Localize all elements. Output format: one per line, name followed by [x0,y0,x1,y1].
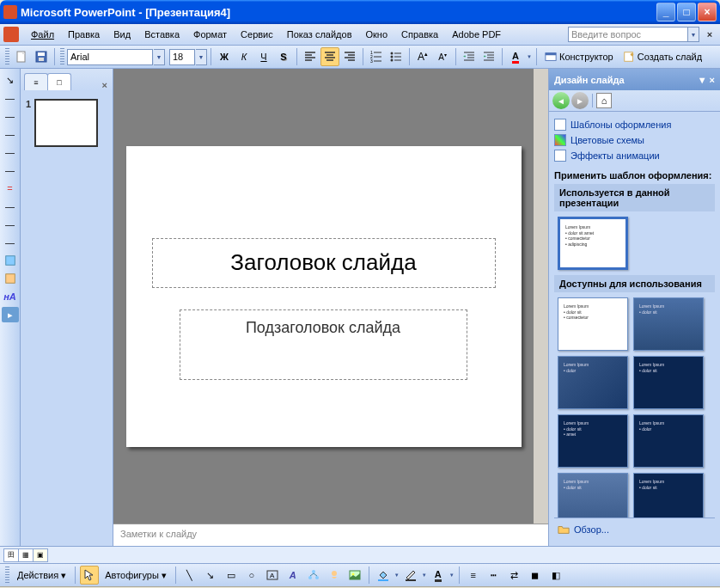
font-color-button[interactable]: A [506,47,525,66]
shadow-tool[interactable]: ◼ [526,566,545,585]
slide-canvas[interactable]: Заголовок слайда Подзаголовок слайда [126,146,522,447]
font-color-dropdown[interactable]: ▼ [526,54,533,59]
sorter-view-button[interactable]: ▦ [18,548,34,562]
oval-tool[interactable]: ○ [242,566,261,585]
underline-button[interactable]: Ч [254,47,273,66]
shadow-button[interactable]: S [274,47,293,66]
rectangle-tool[interactable]: ▭ [222,566,241,585]
vtool-5[interactable]: — [3,144,18,160]
vtool-13[interactable]: нА [3,289,18,304]
font-combo[interactable]: Arial [67,49,153,65]
increase-indent-button[interactable] [479,47,498,66]
autoshapes-menu[interactable]: Автофигуры▾ [101,566,171,585]
line-tool[interactable]: ╲ [180,566,199,585]
maximize-button[interactable]: □ [677,3,696,21]
vtool-11[interactable] [3,253,18,268]
slide-thumbnail-1[interactable]: 1 [26,99,107,147]
control-menu-icon[interactable] [3,27,19,42]
vtool-1[interactable]: ↘ [3,72,18,88]
vtool-8[interactable]: — [3,199,18,214]
link-colors[interactable]: Цветовые схемы [554,132,715,148]
menu-tools[interactable]: Сервис [234,27,280,42]
vtool-3[interactable]: — [3,108,18,124]
nav-home-button[interactable]: ⌂ [596,93,612,108]
toolbar-handle-2[interactable] [60,48,64,65]
vtool-2[interactable]: — [3,90,18,106]
template-8[interactable]: Lorem Ipsum• dolor sit [633,473,704,518]
increase-font-button[interactable]: A▴ [413,47,432,66]
picture-tool[interactable] [345,566,364,585]
notes-pane[interactable]: Заметки к слайду [113,524,548,546]
new-button[interactable] [12,47,31,66]
menu-slideshow[interactable]: Показ слайдов [280,27,359,42]
help-search-input[interactable] [568,27,688,42]
vtool-12[interactable] [3,271,18,286]
menu-view[interactable]: Вид [107,27,137,42]
vertical-scrollbar[interactable] [534,69,548,524]
align-center-button[interactable] [320,47,339,66]
title-placeholder[interactable]: Заголовок слайда [152,238,496,288]
template-2[interactable]: Lorem Ipsum• dolor sit [633,297,704,351]
slides-tab[interactable]: □ [47,73,71,90]
doc-close-button[interactable]: × [703,28,717,41]
select-tool[interactable] [80,566,99,585]
textbox-tool[interactable]: A [263,566,282,585]
minimize-button[interactable]: _ [656,3,675,21]
taskpane-close[interactable]: × [710,75,715,85]
line-color-tool[interactable] [401,566,420,585]
menu-window[interactable]: Окно [359,27,395,42]
bullets-button[interactable] [387,47,406,66]
vtool-6[interactable]: — [3,162,18,178]
menu-format[interactable]: Формат [186,27,234,42]
template-5[interactable]: Lorem Ipsum• dolor sit• amet [558,414,628,468]
decrease-font-button[interactable]: A▾ [433,47,452,66]
template-1[interactable]: Lorem Ipsum• dolor sit• consectetur [558,297,628,351]
decrease-indent-button[interactable] [460,47,479,66]
link-effects[interactable]: Эффекты анимации [554,148,715,163]
subtitle-placeholder[interactable]: Подзаголовок слайда [180,309,467,380]
numbering-button[interactable]: 123 [367,47,386,66]
link-templates[interactable]: Шаблоны оформления [554,117,715,132]
panel-close[interactable]: × [102,80,107,90]
help-dropdown[interactable]: ▼ [687,27,699,42]
vtool-10[interactable]: — [3,235,18,250]
browse-link[interactable]: Обзор... [558,522,711,537]
nav-forward-button[interactable]: ► [571,92,589,109]
italic-button[interactable]: К [235,47,253,66]
save-button[interactable] [32,47,51,66]
line-color-dropdown[interactable]: ▼ [422,573,427,578]
clipart-tool[interactable] [325,566,344,585]
new-slide-button[interactable]: Создать слайд [619,47,706,66]
template-current[interactable]: Lorem Ipsum• dolor sit amet• consectetur… [558,217,628,270]
arrow-style-tool[interactable]: ⇄ [505,566,524,585]
draw-handle[interactable] [5,567,9,584]
taskpane-menu[interactable]: ▼ [698,75,707,85]
align-left-button[interactable] [301,47,320,66]
3d-tool[interactable]: ◧ [546,566,565,585]
menu-help[interactable]: Справка [394,27,445,42]
fill-color-tool[interactable] [374,566,393,585]
nav-back-button[interactable]: ◄ [552,92,570,109]
actions-menu[interactable]: Действия▾ [13,566,70,585]
menu-insert[interactable]: Вставка [137,27,186,42]
menu-adobe[interactable]: Adobe PDF [445,27,508,42]
menu-edit[interactable]: Правка [61,27,107,42]
bold-button[interactable]: Ж [215,47,234,66]
vtool-9[interactable]: — [3,217,18,232]
dash-style-tool[interactable]: ┅ [485,566,503,585]
menu-file[interactable]: Файл [24,27,61,42]
wordart-tool[interactable]: A [284,566,302,585]
template-6[interactable]: Lorem Ipsum• dolor [633,414,704,468]
outline-tab[interactable]: ≡ [24,73,48,90]
font-color-dropdown-2[interactable]: ▼ [449,573,455,578]
fontsize-combo[interactable]: 18 [169,49,195,65]
vtool-4[interactable]: — [3,126,18,142]
toolbar-handle[interactable] [5,48,9,65]
close-button[interactable]: × [698,3,717,21]
template-3[interactable]: Lorem Ipsum• dolor [558,356,628,409]
slide-editor[interactable]: Заголовок слайда Подзаголовок слайда [113,69,534,524]
fontsize-dropdown[interactable]: ▼ [196,49,207,65]
template-7[interactable]: Lorem Ipsum• dolor sit [558,473,628,518]
font-color-tool[interactable]: A [429,566,448,585]
normal-view-button[interactable]: 田 [3,548,19,562]
